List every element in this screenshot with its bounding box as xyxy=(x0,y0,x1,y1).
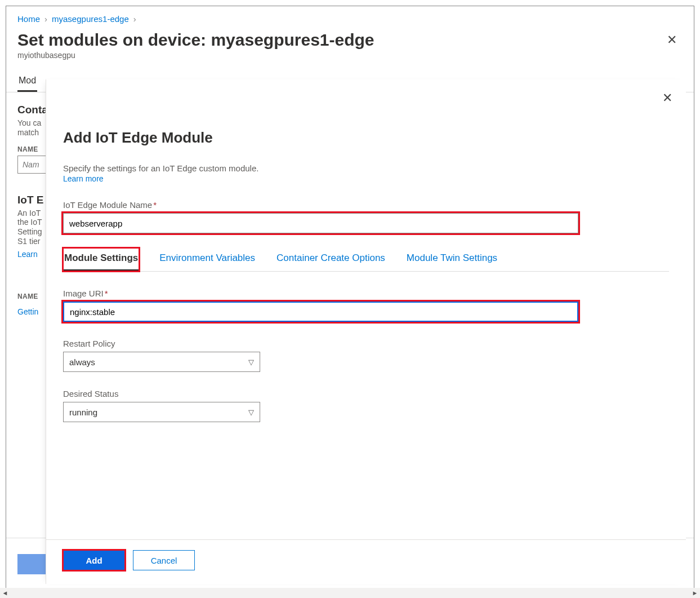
chevron-right-icon: › xyxy=(133,14,136,24)
tab-env-vars[interactable]: Environment Variables xyxy=(158,248,256,271)
breadcrumb-device[interactable]: myasegpures1-edge xyxy=(52,14,129,24)
add-button[interactable]: Add xyxy=(63,550,125,570)
image-uri-input[interactable] xyxy=(63,302,578,322)
desired-status-value: running xyxy=(69,407,97,417)
tab-module-settings[interactable]: Module Settings xyxy=(63,248,139,271)
learn-more-link[interactable]: Learn more xyxy=(63,174,104,183)
chevron-right-icon: › xyxy=(44,14,47,24)
tab-container-create[interactable]: Container Create Options xyxy=(275,248,386,271)
image-uri-label: Image URI* xyxy=(63,289,669,298)
panel-footer: Add Cancel xyxy=(46,539,686,584)
table-row-getting-started[interactable]: Gettin xyxy=(17,307,38,316)
learn-more-link-bg[interactable]: Learn xyxy=(17,250,38,259)
horizontal-scrollbar[interactable]: ◄ ► xyxy=(0,588,700,598)
add-module-panel: ✕ Add IoT Edge Module Specify the settin… xyxy=(46,79,686,584)
module-name-label: IoT Edge Module Name* xyxy=(63,200,669,210)
page-subtitle: myiothubasegpu xyxy=(6,50,694,70)
scroll-left-icon[interactable]: ◄ xyxy=(0,590,10,596)
page-title: Set modules on device: myasegpures1-edge xyxy=(17,30,374,50)
close-icon[interactable]: ✕ xyxy=(663,30,680,50)
panel-desc: Specify the settings for an IoT Edge cus… xyxy=(63,163,669,173)
chevron-down-icon: ▽ xyxy=(248,408,254,417)
panel-tabs: Module Settings Environment Variables Co… xyxy=(63,248,669,272)
panel-close-icon[interactable]: ✕ xyxy=(659,88,676,108)
chevron-down-icon: ▽ xyxy=(248,358,254,366)
scroll-right-icon[interactable]: ► xyxy=(690,590,700,596)
module-name-input[interactable] xyxy=(63,213,578,233)
breadcrumb: Home › myasegpures1-edge › xyxy=(6,6,694,28)
restart-policy-label: Restart Policy xyxy=(63,339,669,348)
breadcrumb-home[interactable]: Home xyxy=(17,14,40,24)
tab-modules[interactable]: Mod xyxy=(17,70,37,92)
panel-title: Add IoT Edge Module xyxy=(63,129,669,147)
desired-status-select[interactable]: running ▽ xyxy=(63,402,260,422)
restart-policy-value: always xyxy=(69,357,95,367)
restart-policy-select[interactable]: always ▽ xyxy=(63,352,260,372)
desired-status-label: Desired Status xyxy=(63,389,669,398)
tab-module-twin[interactable]: Module Twin Settings xyxy=(405,248,498,271)
cancel-button[interactable]: Cancel xyxy=(133,550,195,570)
